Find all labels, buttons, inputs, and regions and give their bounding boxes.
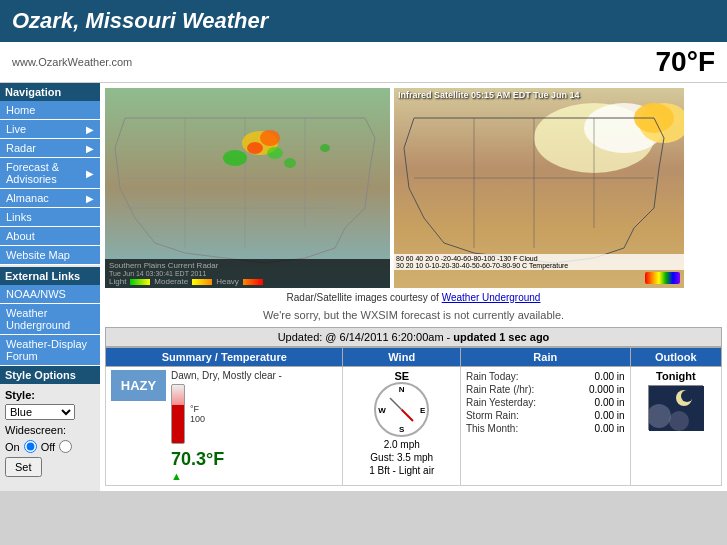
nav-item-about[interactable]: About [0, 227, 100, 246]
off-label: Off [41, 441, 55, 453]
wind-compass: N S E W [374, 382, 429, 437]
col-header-rain: Rain [460, 348, 630, 367]
svg-point-11 [320, 144, 330, 152]
radar-caption-link[interactable]: Weather Underground [442, 292, 541, 303]
main-content: Southern Plains Current Radar Tue Jun 14… [100, 83, 727, 491]
wind-speed: 2.0 mph [348, 439, 454, 450]
satellite-label: Infrared Satellite 05:15 AM EDT Tue Jun … [398, 90, 580, 100]
svg-point-6 [260, 130, 280, 146]
thermometer [171, 384, 185, 444]
rain-rate-val: 0.000 in [589, 384, 625, 395]
forecast-table: Summary / Temperature Wind Rain Outlook … [105, 347, 722, 486]
rain-storm-label: Storm Rain: [466, 410, 519, 421]
nav-item-website-map[interactable]: Website Map [0, 246, 100, 265]
wind-beaufort: 1 Bft - Light air [348, 465, 454, 476]
radar-left-label: Southern Plains Current Radar [109, 261, 386, 270]
legend-moderate-block [192, 279, 212, 285]
widescreen-off-radio[interactable] [59, 440, 72, 453]
svg-point-26 [669, 411, 689, 431]
rain-rate-label: Rain Rate (/hr): [466, 384, 534, 395]
nav-item-weather-display[interactable]: Weather-Display Forum [0, 335, 100, 366]
svg-point-24 [681, 390, 693, 402]
wxsim-notice: We're sorry, but the WXSIM forecast is n… [105, 309, 722, 321]
rain-month-label: This Month: [466, 423, 518, 434]
nav-item-almanac[interactable]: Almanac▶ [0, 189, 100, 208]
legend-light-label: Light [109, 277, 126, 286]
radar-legend: Light Moderate Heavy [109, 277, 386, 286]
rain-yesterday-label: Rain Yesterday: [466, 397, 536, 408]
forecast-row: HAZY Dawn, Dry, Mostly clear - °F [106, 367, 722, 486]
col-header-outlook: Outlook [630, 348, 721, 367]
col-header-wind: Wind [343, 348, 460, 367]
updated-ago: updated 1 sec ago [453, 331, 549, 343]
radar-right: Infrared Satellite 05:15 AM EDT Tue Jun … [394, 88, 684, 288]
radar-left-date: Tue Jun 14 03:30:41 EDT 2011 [109, 270, 386, 277]
external-section-header: External Links [0, 267, 100, 285]
widescreen-label: Widescreen: [5, 424, 66, 436]
nav-section-header: Navigation [0, 83, 100, 101]
update-bar: Updated: @ 6/14/2011 6:20:00am - updated… [105, 327, 722, 347]
nav-item-noaa[interactable]: NOAA/NWS [0, 285, 100, 304]
radar-left-bottom-bar: Southern Plains Current Radar Tue Jun 14… [105, 259, 390, 288]
svg-point-8 [223, 150, 247, 166]
nav-item-links[interactable]: Links [0, 208, 100, 227]
update-text: Updated: @ 6/14/2011 6:20:00am [278, 331, 444, 343]
page-header: Ozark, Missouri Weather [0, 0, 727, 42]
radar-left: Southern Plains Current Radar Tue Jun 14… [105, 88, 390, 288]
rain-yesterday-row: Rain Yesterday: 0.00 in [466, 396, 625, 409]
hazy-box: HAZY [111, 370, 166, 401]
sat-scale: 80 60 40 20 0 -20-40-60-80-100 -130 F Cl… [394, 254, 684, 270]
wind-gust-label: Gust: 3.5 mph [348, 452, 454, 463]
rain-cell: Rain Today: 0.00 in Rain Rate (/hr): 0.0… [460, 367, 630, 486]
rain-month-val: 0.00 in [595, 423, 625, 434]
widescreen-on-radio[interactable] [24, 440, 37, 453]
rain-storm-row: Storm Rain: 0.00 in [466, 409, 625, 422]
set-button[interactable]: Set [5, 457, 42, 477]
wind-cell: SE N S E W [343, 367, 460, 486]
rain-today-val: 0.00 in [595, 371, 625, 382]
legend-moderate-label: Moderate [154, 277, 188, 286]
style-field-label: Style: [5, 389, 95, 401]
summary-description: Dawn, Dry, Mostly clear - [171, 370, 282, 381]
on-label: On [5, 441, 20, 453]
color-bar [645, 272, 680, 284]
svg-point-10 [284, 158, 296, 168]
radar-caption: Radar/Satellite images courtesy of Weath… [105, 292, 722, 303]
svg-line-20 [402, 410, 414, 422]
legend-light-block [130, 279, 150, 285]
temp-arrow-up: ▲ [171, 470, 282, 482]
site-url: www.OzarkWeather.com [12, 56, 132, 68]
rain-today-row: Rain Today: 0.00 in [466, 370, 625, 383]
rain-yesterday-val: 0.00 in [595, 397, 625, 408]
style-select[interactable]: Blue Green Red [5, 404, 75, 420]
nav-item-live[interactable]: Live▶ [0, 120, 100, 139]
legend-heavy-label: Heavy [216, 277, 239, 286]
legend-heavy-block [243, 279, 263, 285]
rain-today-label: Rain Today: [466, 371, 519, 382]
nav-item-forecast[interactable]: Forecast & Advisories▶ [0, 158, 100, 189]
rain-rate-row: Rain Rate (/hr): 0.000 in [466, 383, 625, 396]
temperature-display: 70°F [656, 46, 715, 78]
nav-item-weather-underground[interactable]: Weather Underground [0, 304, 100, 335]
col-header-summary: Summary / Temperature [106, 348, 343, 367]
tonight-image [648, 385, 703, 430]
summary-cell: HAZY Dawn, Dry, Mostly clear - °F [106, 367, 343, 486]
sidebar: Navigation Home Live▶ Radar▶ Forecast & … [0, 83, 100, 491]
page-title: Ozark, Missouri Weather [12, 8, 715, 34]
style-section-header: Style Options [0, 366, 100, 384]
temperature-value: 70.3°F [171, 449, 282, 470]
svg-point-7 [247, 142, 263, 154]
radar-row: Southern Plains Current Radar Tue Jun 14… [105, 88, 722, 288]
nav-item-home[interactable]: Home [0, 101, 100, 120]
tonight-label: Tonight [636, 370, 716, 382]
rain-storm-val: 0.00 in [595, 410, 625, 421]
svg-line-21 [390, 398, 402, 410]
outlook-cell: Tonight [630, 367, 721, 486]
subheader: www.OzarkWeather.com 70°F [0, 42, 727, 83]
nav-item-radar[interactable]: Radar▶ [0, 139, 100, 158]
style-options: Style: Blue Green Red Widescreen: On Off… [0, 384, 100, 482]
wind-direction: SE [348, 370, 454, 382]
svg-point-9 [267, 147, 283, 159]
rain-month-row: This Month: 0.00 in [466, 422, 625, 435]
